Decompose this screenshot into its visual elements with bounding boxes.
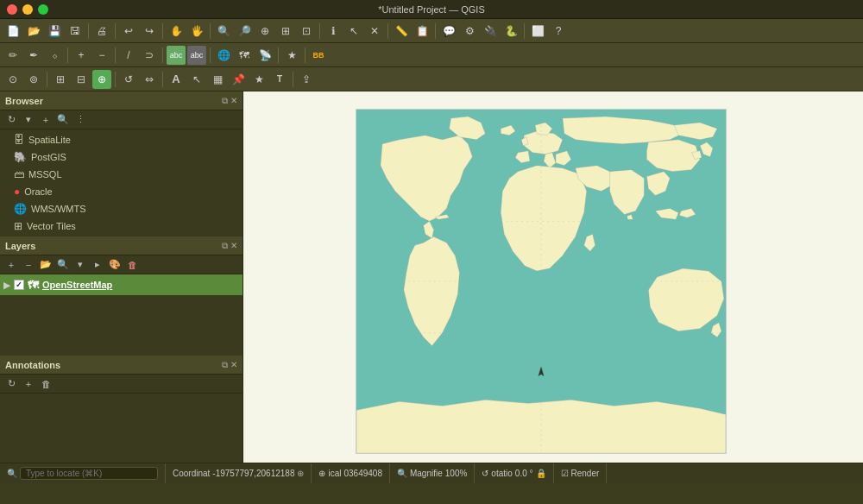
merge-button[interactable]: ⊃ xyxy=(140,46,159,65)
zoom-selection-button[interactable]: ⊞ xyxy=(276,22,295,41)
browser-add-button[interactable]: + xyxy=(38,112,54,128)
scale-button[interactable]: ⇔ xyxy=(140,70,159,89)
layers-toolbar: + − 📂 🔍 ▾ ▸ 🎨 🗑 xyxy=(0,255,243,274)
new-project-button[interactable]: 📄 xyxy=(3,22,22,41)
map-canvas[interactable] xyxy=(356,109,727,454)
pan-map-button[interactable]: 🖐 xyxy=(187,22,206,41)
save-project-button[interactable]: 💾 xyxy=(45,22,64,41)
rotate-button[interactable]: ↺ xyxy=(119,70,138,89)
settings-button[interactable]: ⚙ xyxy=(460,22,479,41)
python-button[interactable]: 🐍 xyxy=(501,22,520,41)
rotation-lock-icon[interactable]: 🔒 xyxy=(536,469,546,478)
undo-button[interactable]: ↩ xyxy=(119,22,138,41)
symbol-button[interactable]: ★ xyxy=(282,46,301,65)
layers-open-button[interactable]: 📂 xyxy=(38,257,54,273)
snap5-button[interactable]: ⊕ xyxy=(92,70,111,89)
label3-button[interactable]: T xyxy=(270,70,289,89)
add-feature-button[interactable]: + xyxy=(72,46,91,65)
browser-item-mssql[interactable]: 🗃 MSSQL xyxy=(0,166,243,183)
layers-remove-button[interactable]: − xyxy=(21,257,36,273)
digitize-button[interactable]: ✏ xyxy=(3,46,22,65)
python2-button[interactable]: BB xyxy=(309,46,328,65)
layers-float-button[interactable]: ⧉ xyxy=(222,241,228,251)
help-button[interactable]: ? xyxy=(549,22,568,41)
bookmark-button[interactable]: ★ xyxy=(249,70,268,89)
browser-item-postgis[interactable]: 🐘 PostGIS xyxy=(0,148,243,166)
browser-header: Browser ⧉ ✕ xyxy=(0,91,243,110)
layers-delete-button[interactable]: 🗑 xyxy=(124,257,140,273)
annotations-float-button[interactable]: ⧉ xyxy=(222,360,228,370)
browser-item-oracle[interactable]: ● Oracle xyxy=(0,183,243,200)
map-tips-button[interactable]: 💬 xyxy=(439,22,458,41)
browser-item-vectortiles[interactable]: ⊞ Vector Tiles xyxy=(0,217,243,235)
split-button[interactable]: / xyxy=(119,46,138,65)
wcs-button[interactable]: 📡 xyxy=(255,46,274,65)
open-project-button[interactable]: 📂 xyxy=(24,22,43,41)
annotations-close-button[interactable]: ✕ xyxy=(230,360,237,370)
oracle-icon: ● xyxy=(14,186,20,198)
snap3-button[interactable]: ⊞ xyxy=(51,70,70,89)
browser-item-spatialite[interactable]: 🗄 SpatiaLite xyxy=(0,131,243,148)
wms-button[interactable]: 🌐 xyxy=(214,46,233,65)
annotations-add-button[interactable]: + xyxy=(21,376,36,392)
locate-input[interactable] xyxy=(20,467,158,480)
world-map-svg xyxy=(356,110,726,453)
label-button[interactable]: abc xyxy=(167,46,186,65)
snap1-button[interactable]: ⊙ xyxy=(3,70,22,89)
layers-filter-button[interactable]: 🔍 xyxy=(55,257,71,273)
layers-style-button[interactable]: 🎨 xyxy=(107,257,123,273)
browser-item-wms[interactable]: 🌐 WMS/WMTS xyxy=(0,200,243,217)
select2-button[interactable]: ▦ xyxy=(208,70,227,89)
plugins-button[interactable]: 🔌 xyxy=(481,22,500,41)
browser-collapse-button[interactable]: ▾ xyxy=(21,112,36,128)
zoom-out-button[interactable]: 🔎 xyxy=(235,22,254,41)
wfs-button[interactable]: 🗺 xyxy=(235,46,254,65)
annotations-delete-button[interactable]: 🗑 xyxy=(38,376,54,392)
identify-button[interactable]: ℹ xyxy=(324,22,343,41)
annotations-refresh-button[interactable]: ↻ xyxy=(3,376,19,392)
attributes-button[interactable]: 📋 xyxy=(413,22,432,41)
print-button[interactable]: 🖨 xyxy=(92,22,111,41)
minimize-button[interactable] xyxy=(22,4,33,15)
zoom-layer-button[interactable]: ⊡ xyxy=(297,22,316,41)
scale-value: 03649408 xyxy=(343,469,382,478)
browser-refresh-button[interactable]: ↻ xyxy=(3,112,19,128)
select-button[interactable]: ↖ xyxy=(344,22,363,41)
zoom-in-button[interactable]: 🔍 xyxy=(214,22,233,41)
layers-collapse-button[interactable]: ▾ xyxy=(72,257,88,273)
layers-close-button[interactable]: ✕ xyxy=(230,241,237,251)
separator xyxy=(210,47,211,63)
snap4-button[interactable]: ⊟ xyxy=(72,70,91,89)
browser-options-button[interactable]: ⋮ xyxy=(72,112,88,128)
oracle-label: Oracle xyxy=(24,186,52,197)
close-button[interactable] xyxy=(7,4,17,15)
render-checkbox[interactable]: ☑ xyxy=(561,469,569,478)
maximize-button[interactable] xyxy=(38,4,48,15)
label2-button[interactable]: abc xyxy=(187,46,206,65)
zoom-full-button[interactable]: ⊕ xyxy=(255,22,274,41)
browser-filter-button[interactable]: 🔍 xyxy=(55,112,71,128)
measure-button[interactable]: 📏 xyxy=(392,22,411,41)
separator xyxy=(319,23,320,39)
layers-add-button[interactable]: + xyxy=(3,257,19,273)
redo-button[interactable]: ↪ xyxy=(140,22,159,41)
snap2-button[interactable]: ⊚ xyxy=(24,70,43,89)
layer-visibility-checkbox[interactable]: ✓ xyxy=(14,280,24,290)
text-button[interactable]: A xyxy=(167,70,186,89)
cursor-button[interactable]: ↖ xyxy=(187,70,206,89)
delete-feature-button[interactable]: − xyxy=(92,46,111,65)
browser-close-button[interactable]: ✕ xyxy=(230,96,237,106)
map-area[interactable] xyxy=(243,91,863,463)
edit-button[interactable]: ✒ xyxy=(24,46,43,65)
layer-openstreetmap[interactable]: ▶ ✓ 🗺 OpenStreetMap xyxy=(0,274,243,295)
pin-button[interactable]: 📌 xyxy=(229,70,248,89)
tile-button[interactable]: ⬜ xyxy=(528,22,547,41)
node-button[interactable]: ⬦ xyxy=(45,46,64,65)
save-as-button[interactable]: 🖫 xyxy=(66,22,85,41)
browser-float-button[interactable]: ⧉ xyxy=(222,96,228,106)
coordinate-copy-icon[interactable]: ⊕ xyxy=(297,469,304,478)
pan-button[interactable]: ✋ xyxy=(167,22,186,41)
layers-expand-button[interactable]: ▸ xyxy=(90,257,105,273)
share-button[interactable]: ⇪ xyxy=(297,70,316,89)
deselect-button[interactable]: ✕ xyxy=(365,22,384,41)
